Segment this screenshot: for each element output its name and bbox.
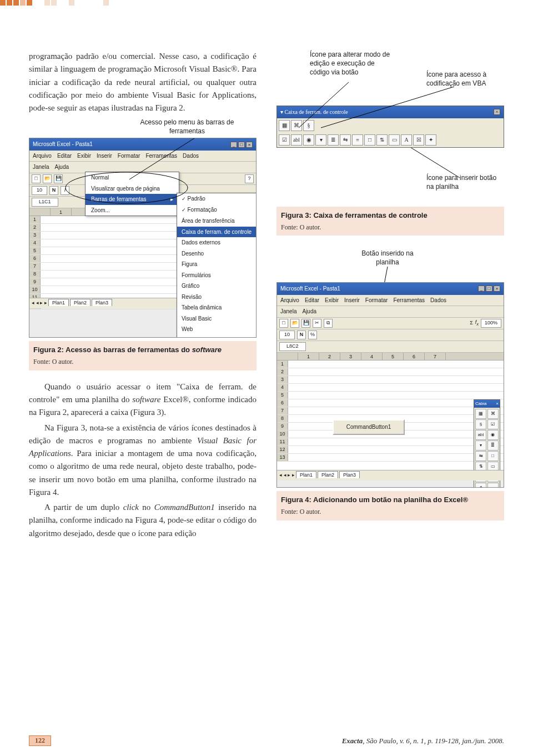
fig4-open-icon[interactable]: 📂 — [290, 319, 299, 328]
menu-dados[interactable]: Dados — [183, 152, 199, 161]
float-design-icon[interactable]: ▦ — [475, 409, 486, 419]
listbox-icon[interactable]: ≣ — [328, 134, 339, 146]
mi-normal[interactable]: Normal — [86, 172, 179, 183]
textarea-icon[interactable]: ≡ — [352, 134, 363, 146]
sm-caixa[interactable]: Caixa de ferram. de controle — [177, 227, 257, 238]
fig4-copy-icon[interactable]: ⧉ — [324, 319, 333, 328]
fig4-menubar[interactable]: Arquivo Editar Exibir Inserir Formatar F… — [277, 295, 504, 307]
fig4-sheet[interactable]: 1234567 1 2 3 4 5 6 7 8 9 10 11 12 13 Co… — [277, 353, 504, 480]
menu-exibir-open[interactable]: Normal Visualizar quebra de página Barra… — [85, 172, 179, 216]
fig4-fontsize[interactable]: 10 — [279, 331, 295, 339]
sm-dadosext[interactable]: Dados externos — [177, 237, 257, 248]
float-props-icon[interactable]: ⌘ — [487, 409, 499, 419]
command-button-1[interactable]: CommandButton1 — [333, 419, 405, 435]
fig4-close-icon[interactable]: × — [494, 286, 500, 292]
mi-quebra[interactable]: Visualizar quebra de página — [86, 183, 179, 194]
tab-plan1[interactable]: Plan1 — [48, 299, 69, 306]
fig4-maximize-icon[interactable]: □ — [486, 286, 492, 292]
float-toggle-icon[interactable]: ⇆ — [475, 451, 486, 461]
bold-icon[interactable]: N — [49, 186, 58, 195]
sm-format[interactable]: Formatação — [177, 204, 257, 216]
fig4-menu-editar[interactable]: Editar — [305, 296, 319, 305]
open-icon[interactable]: 📂 — [43, 174, 52, 183]
spinbutton-icon[interactable]: ⇅ — [376, 134, 388, 146]
textbox-icon[interactable]: abl — [291, 134, 302, 146]
tab-plan3[interactable]: Plan3 — [92, 299, 112, 306]
fig4-cut-icon[interactable]: ✂ — [313, 319, 321, 328]
menu-exibir[interactable]: Exibir — [77, 152, 91, 161]
fig4-bold-icon[interactable]: N — [297, 331, 306, 339]
float-opt-icon[interactable]: ◉ — [487, 430, 499, 440]
scrollbar-icon[interactable]: ▭ — [389, 134, 400, 146]
fig4-percent-icon[interactable]: % — [308, 331, 317, 339]
fig4-menu-ajuda[interactable]: Ajuda — [302, 307, 316, 316]
float-cmd-icon[interactable]: □ — [487, 451, 499, 461]
sm-padrao[interactable]: Padrão — [177, 193, 257, 204]
menu-editar[interactable]: Editar — [57, 152, 72, 161]
menu-formatar[interactable]: Formatar — [118, 152, 140, 161]
fig4-tab-plan1[interactable]: Plan1 — [296, 471, 316, 478]
sm-desenho[interactable]: Desenho — [177, 248, 257, 259]
image-icon[interactable]: ☒ — [413, 134, 424, 146]
properties-icon[interactable]: ⌘ — [291, 120, 302, 131]
sm-wa[interactable]: WordArt — [177, 335, 257, 338]
more-controls-icon[interactable]: ✦ — [425, 134, 436, 146]
fig4-sheet-tabs[interactable]: ◂ ◂ ▸ ▸ Plan1Plan2Plan3 — [277, 470, 504, 480]
float-more-icon[interactable]: ✦ — [475, 483, 486, 488]
togglebutton-icon[interactable]: ⇆ — [340, 134, 351, 146]
sm-web[interactable]: Web — [177, 324, 257, 335]
fig4-new-icon[interactable]: □ — [279, 319, 288, 328]
menu-janela[interactable]: Janela — [33, 163, 49, 172]
menu-ajuda[interactable]: Ajuda — [54, 163, 69, 172]
sm-tab[interactable]: Tabela dinâmica — [177, 302, 257, 313]
sm-graf[interactable]: Gráfico — [177, 281, 257, 292]
sm-figura[interactable]: Figura — [177, 259, 257, 270]
fig4-menu-inserir[interactable]: Inserir — [344, 296, 360, 305]
fig4-menu-exibir[interactable]: Exibir — [325, 296, 339, 305]
menubar[interactable]: Arquivo Editar Exibir Inserir Formatar F… — [29, 151, 256, 162]
new-icon[interactable]: □ — [32, 174, 41, 183]
checkbox-icon[interactable]: ☑ — [279, 134, 290, 146]
fig4-menu-arquivo[interactable]: Arquivo — [280, 296, 299, 305]
fig4-save-icon[interactable]: 💾 — [301, 319, 310, 328]
float-list-icon[interactable]: ≣ — [487, 440, 499, 450]
fig4-minimize-icon[interactable]: _ — [478, 286, 485, 292]
save-icon[interactable]: 💾 — [54, 174, 63, 183]
sm-form[interactable]: Formulários — [177, 270, 257, 281]
submenu-barras[interactable]: Padrão Formatação Área de transferência … — [177, 193, 257, 338]
sm-rev[interactable]: Revisão — [177, 292, 257, 303]
fig4-tab-plan2[interactable]: Plan2 — [318, 471, 338, 478]
optionbutton-icon[interactable]: ◉ — [303, 134, 314, 146]
help-icon[interactable]: ? — [245, 174, 254, 183]
float-code-icon[interactable]: § — [475, 419, 486, 429]
fig4-menu-ferramentas[interactable]: Ferramentas — [393, 296, 425, 305]
combobox-icon[interactable]: ▾ — [315, 134, 326, 146]
fig4-zoom[interactable]: 100% — [481, 319, 501, 328]
commandbutton-icon[interactable]: □ — [364, 134, 375, 146]
italic-icon[interactable]: I — [61, 186, 69, 195]
tab-plan2[interactable]: Plan2 — [70, 299, 90, 306]
view-code-icon[interactable]: § — [303, 120, 314, 131]
fig4-menu-formatar[interactable]: Formatar — [365, 296, 388, 305]
mi-zoom[interactable]: Zoom... — [86, 205, 179, 216]
fig4-menu-dados[interactable]: Dados — [430, 296, 446, 305]
fig4-menubar2[interactable]: Janela Ajuda — [277, 306, 504, 318]
name-box[interactable]: L1C1 — [32, 198, 58, 207]
maximize-icon[interactable]: □ — [238, 142, 245, 148]
sm-vb[interactable]: Visual Basic — [177, 313, 257, 324]
design-mode-icon[interactable]: ▦ — [279, 120, 290, 131]
float-check-icon[interactable]: ☑ — [487, 419, 499, 429]
minimize-icon[interactable]: _ — [230, 142, 237, 148]
menu-ferramentas[interactable]: Ferramentas — [145, 152, 177, 161]
menu-inserir[interactable]: Inserir — [97, 152, 112, 161]
float-combo-icon[interactable]: ▾ — [475, 440, 486, 450]
fig4-namebox[interactable]: L8C2 — [279, 342, 306, 351]
menu-arquivo[interactable]: Arquivo — [33, 152, 52, 161]
font-size-box[interactable]: 10 — [32, 186, 47, 195]
close-icon[interactable]: × — [246, 142, 253, 148]
mi-barras[interactable]: Barras de ferramentas▸ — [86, 194, 179, 205]
fig4-menu-janela[interactable]: Janela — [280, 307, 296, 316]
float-text-icon[interactable]: abl — [475, 430, 486, 440]
sm-area[interactable]: Área de transferência — [177, 216, 257, 227]
label-icon[interactable]: A — [401, 134, 412, 146]
